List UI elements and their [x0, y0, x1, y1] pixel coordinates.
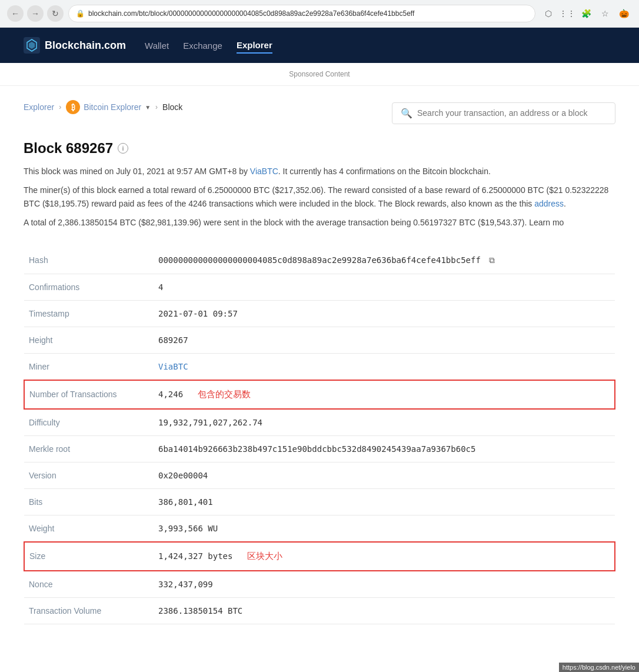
- btc-icon: ₿: [66, 100, 80, 114]
- value-tx-volume: 2386.13850154 BTC: [154, 597, 615, 624]
- value-merkle: 6ba14014b926663b238b497c151e90bddcbbc532…: [154, 435, 615, 462]
- nav-explorer[interactable]: Explorer: [237, 38, 272, 54]
- breadcrumb-sep-1: ›: [59, 103, 61, 111]
- nav-links: Wallet Exchange Explorer: [145, 38, 272, 54]
- browser-nav-buttons: ← → ↻: [7, 5, 64, 22]
- value-size: 1,424,327 bytes 区块大小: [154, 542, 615, 571]
- browser-action-buttons: ⬡ ⋮⋮ 🧩 ☆ 🎃: [540, 5, 632, 22]
- annotation-num-transactions: 包含的交易数: [198, 389, 251, 399]
- search-container: 🔍: [392, 102, 615, 124]
- table-row-num-transactions: Number of Transactions 4,246 包含的交易数: [24, 380, 615, 409]
- cast-button[interactable]: ⬡: [540, 5, 557, 22]
- search-icon: 🔍: [401, 108, 412, 119]
- hash-value: 000000000000000000004085c0d898a89ac2e992…: [158, 255, 481, 265]
- table-row-nonce: Nonce 332,437,099: [24, 571, 615, 598]
- breadcrumb-explorer[interactable]: Explorer: [24, 102, 54, 112]
- navbar: Blockchain.com Wallet Exchange Explorer: [0, 28, 639, 63]
- value-hash: 000000000000000000004085c0d898a89ac2e992…: [154, 247, 615, 274]
- label-num-transactions: Number of Transactions: [24, 380, 154, 409]
- search-input[interactable]: [417, 108, 607, 118]
- table-row-height: Height 689267: [24, 327, 615, 353]
- value-version: 0x20e00004: [154, 462, 615, 488]
- block-title: Block 689267 i: [24, 140, 615, 157]
- description-2: The miner(s) of this block earned a tota…: [24, 184, 615, 210]
- nav-exchange[interactable]: Exchange: [183, 38, 222, 53]
- table-row-merkle: Merkle root 6ba14014b926663b238b497c151e…: [24, 435, 615, 462]
- top-row: Explorer › ₿ Bitcoin Explorer ▼ › Block …: [24, 100, 615, 126]
- label-miner: Miner: [24, 353, 154, 380]
- value-confirmations: 4: [154, 274, 615, 300]
- address-link[interactable]: address: [534, 199, 564, 208]
- main-content: Explorer › ₿ Bitcoin Explorer ▼ › Block …: [0, 86, 639, 638]
- value-weight: 3,993,566 WU: [154, 515, 615, 542]
- blockchain-logo-icon: [24, 37, 40, 54]
- extensions-button[interactable]: 🧩: [578, 5, 594, 22]
- miner-link[interactable]: ViaBTC: [158, 362, 188, 371]
- breadcrumb-bitcoin-explorer[interactable]: Bitcoin Explorer: [84, 102, 141, 112]
- value-num-transactions: 4,246 包含的交易数: [154, 380, 615, 409]
- table-row-size: Size 1,424,327 bytes 区块大小: [24, 542, 615, 571]
- sponsored-banner: Sponsored Content: [0, 63, 639, 86]
- label-difficulty: Difficulty: [24, 409, 154, 436]
- value-timestamp: 2021-07-01 09:57: [154, 300, 615, 327]
- block-data-table: Hash 000000000000000000004085c0d898a89ac…: [24, 247, 615, 624]
- value-height: 689267: [154, 327, 615, 353]
- label-bits: Bits: [24, 488, 154, 515]
- description-3: A total of 2,386.13850154 BTC ($82,981,1…: [24, 216, 615, 229]
- breadcrumb-block: Block: [162, 102, 182, 112]
- table-row-version: Version 0x20e00004: [24, 462, 615, 488]
- sponsored-text: Sponsored Content: [289, 70, 350, 78]
- table-row-miner: Miner ViaBTC: [24, 353, 615, 380]
- bookmark-button[interactable]: ☆: [597, 5, 613, 22]
- logo-text: Blockchain.com: [45, 39, 126, 52]
- label-merkle: Merkle root: [24, 435, 154, 462]
- back-button[interactable]: ←: [7, 5, 24, 22]
- block-title-text: Block 689267: [24, 140, 113, 157]
- explorer-dropdown-icon[interactable]: ▼: [145, 104, 151, 111]
- profile-button[interactable]: 🎃: [615, 5, 632, 22]
- viabtc-link-1[interactable]: ViaBTC: [250, 167, 278, 176]
- lock-icon: 🔒: [76, 9, 85, 18]
- label-hash: Hash: [24, 247, 154, 274]
- table-row-hash: Hash 000000000000000000004085c0d898a89ac…: [24, 247, 615, 274]
- description-1: This block was mined on July 01, 2021 at…: [24, 165, 615, 178]
- url-text: blockchain.com/btc/block/000000000000000…: [88, 9, 528, 18]
- table-row-bits: Bits 386,801,401: [24, 488, 615, 515]
- apps-button[interactable]: ⋮⋮: [559, 5, 575, 22]
- copy-hash-icon[interactable]: ⧉: [489, 255, 495, 265]
- value-difficulty: 19,932,791,027,262.74: [154, 409, 615, 436]
- label-version: Version: [24, 462, 154, 488]
- address-bar[interactable]: 🔒 blockchain.com/btc/block/0000000000000…: [68, 5, 535, 22]
- breadcrumb: Explorer › ₿ Bitcoin Explorer ▼ › Block: [24, 100, 182, 114]
- block-data-table-wrapper: Hash 000000000000000000004085c0d898a89ac…: [24, 247, 615, 624]
- table-row-confirmations: Confirmations 4: [24, 274, 615, 300]
- btc-explorer-wrap: ₿ Bitcoin Explorer ▼: [66, 100, 151, 114]
- label-confirmations: Confirmations: [24, 274, 154, 300]
- value-nonce: 332,437,099: [154, 571, 615, 598]
- value-bits: 386,801,401: [154, 488, 615, 515]
- nav-wallet[interactable]: Wallet: [145, 38, 169, 53]
- info-icon[interactable]: i: [118, 143, 128, 154]
- label-nonce: Nonce: [24, 571, 154, 598]
- forward-button[interactable]: →: [27, 5, 44, 22]
- refresh-button[interactable]: ↻: [47, 5, 64, 22]
- breadcrumb-sep-2: ›: [155, 103, 158, 111]
- label-height: Height: [24, 327, 154, 353]
- label-size: Size: [24, 542, 154, 571]
- logo[interactable]: Blockchain.com: [24, 37, 126, 54]
- label-timestamp: Timestamp: [24, 300, 154, 327]
- annotation-size: 区块大小: [247, 551, 282, 561]
- value-miner: ViaBTC: [154, 353, 615, 380]
- browser-chrome: ← → ↻ 🔒 blockchain.com/btc/block/0000000…: [0, 0, 639, 28]
- label-weight: Weight: [24, 515, 154, 542]
- table-row-timestamp: Timestamp 2021-07-01 09:57: [24, 300, 615, 327]
- label-tx-volume: Transaction Volume: [24, 597, 154, 624]
- table-row-weight: Weight 3,993,566 WU: [24, 515, 615, 542]
- table-row-tx-volume: Transaction Volume 2386.13850154 BTC: [24, 597, 615, 624]
- table-row-difficulty: Difficulty 19,932,791,027,262.74: [24, 409, 615, 436]
